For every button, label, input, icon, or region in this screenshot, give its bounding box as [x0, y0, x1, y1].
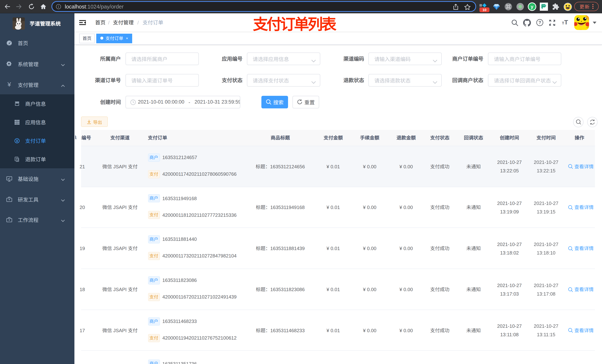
svg-text:?: ? — [538, 20, 541, 25]
svg-text:y: y — [531, 4, 533, 10]
